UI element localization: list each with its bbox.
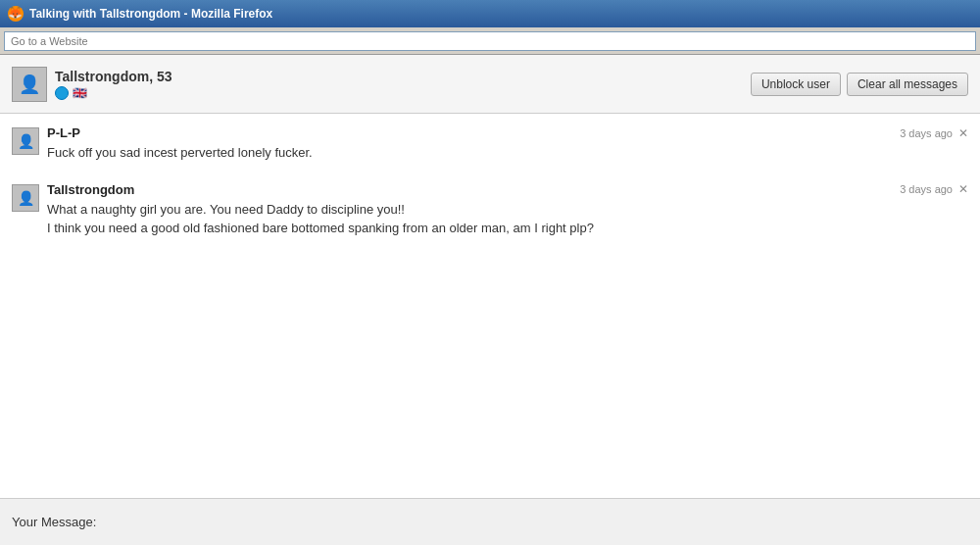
chat-username: Tallstrongdom, 53 [55, 69, 172, 84]
message-meta-1: 3 days ago ✕ [900, 126, 968, 140]
message-close-1[interactable]: ✕ [958, 126, 968, 140]
chat-header-left: 👤 Tallstrongdom, 53 🇬🇧 [12, 67, 172, 102]
messages-area: 👤 P-L-P 3 days ago ✕ Fuck off you sad in… [0, 114, 980, 498]
message-avatar-1: 👤 [12, 127, 39, 155]
your-message-label: Your Message: [12, 515, 96, 529]
age-text: 53 [157, 69, 172, 84]
address-input[interactable] [4, 31, 976, 51]
status-dot [55, 86, 69, 100]
message-header-1: 👤 P-L-P 3 days ago ✕ Fuck off you sad in… [12, 125, 968, 163]
window-title: Talking with Tallstrongdom - Mozilla Fir… [29, 7, 272, 21]
nav-bar [0, 27, 980, 55]
age-separator: , [149, 69, 157, 84]
username-text: Tallstrongdom [55, 69, 149, 84]
avatar: 👤 [12, 67, 47, 102]
unblock-button[interactable]: Unblock user [751, 73, 841, 96]
message-avatar-2: 👤 [12, 184, 39, 212]
header-buttons: Unblock user Clear all messages [751, 73, 968, 96]
message-content-1: P-L-P 3 days ago ✕ Fuck off you sad ince… [47, 125, 968, 163]
message-line1-1: Fuck off you sad incest perverted lonely… [47, 145, 313, 160]
message-meta-2: 3 days ago ✕ [900, 182, 968, 196]
status-icons: 🇬🇧 [55, 86, 172, 100]
message-text-2: What a naughty girl you are. You need Da… [47, 200, 968, 238]
message-line2-2: I think you need a good old fashioned ba… [47, 219, 968, 238]
message-timestamp-1: 3 days ago [900, 127, 953, 139]
message-block-2: 👤 Tallstrongdom 3 days ago ✕ What a naug… [12, 182, 968, 238]
message-username-1: P-L-P [47, 125, 80, 140]
firefox-icon: 🦊 [8, 6, 24, 22]
message-block-1: 👤 P-L-P 3 days ago ✕ Fuck off you sad in… [12, 125, 968, 163]
chat-header: 👤 Tallstrongdom, 53 🇬🇧 Unblock user Clea… [0, 55, 980, 114]
message-close-2[interactable]: ✕ [958, 182, 968, 196]
clear-all-messages-button[interactable]: Clear all messages [847, 73, 968, 96]
title-bar: 🦊 Talking with Tallstrongdom - Mozilla F… [0, 0, 980, 27]
message-content-2: Tallstrongdom 3 days ago ✕ What a naught… [47, 182, 968, 238]
flag-icon: 🇬🇧 [73, 86, 87, 100]
message-timestamp-2: 3 days ago [900, 183, 953, 195]
message-username-2: Tallstrongdom [47, 182, 134, 197]
message-text-1: Fuck off you sad incest perverted lonely… [47, 143, 968, 163]
message-header-2: 👤 Tallstrongdom 3 days ago ✕ What a naug… [12, 182, 968, 238]
bottom-bar: Your Message: [0, 498, 980, 545]
chat-header-info: Tallstrongdom, 53 🇬🇧 [55, 69, 172, 100]
message-line1-2: What a naughty girl you are. You need Da… [47, 200, 968, 220]
message-top-2: Tallstrongdom 3 days ago ✕ [47, 182, 968, 197]
message-top-1: P-L-P 3 days ago ✕ [47, 125, 968, 140]
